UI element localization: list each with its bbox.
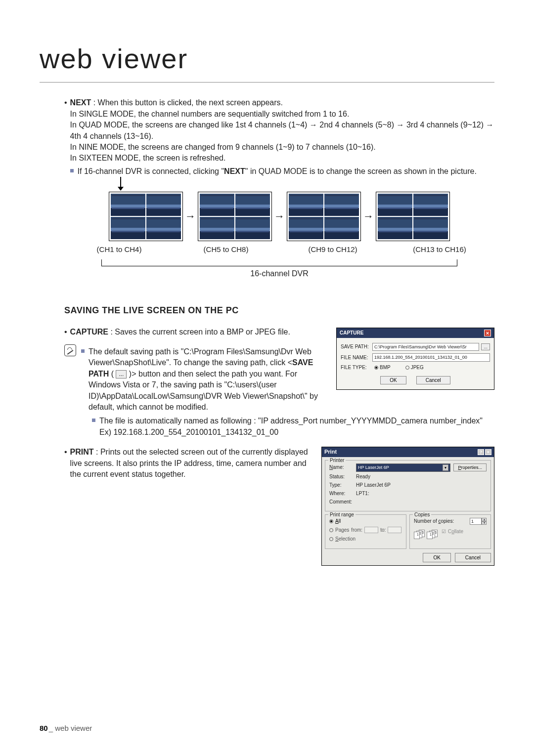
capture-label: CAPTURE [70,328,108,336]
file-name-label: FILE NAME: [341,354,370,361]
collate-icon: 123 123 [414,530,438,539]
capture-note-a: The default saving path is "C:\Program F… [89,346,327,413]
page-footer: 80_ web viewer [40,723,92,733]
where-label: Where: [329,490,353,497]
print-bullet: • PRINT : Prints out the selected screen… [64,447,312,480]
square-bullet-icon [92,419,95,422]
flow-label-2: (CH5 to CH8) [189,244,263,254]
flow-down-arrow-icon [118,177,124,191]
next-note-prefix: If 16-channel DVR is connected, clicking… [78,167,224,175]
path-browse-icon-inline: ... [116,370,127,378]
type-label: Type: [329,482,353,489]
capture-cancel-button[interactable]: Cancel [416,376,450,384]
print-desc: : Prints out the selected screen out of … [70,448,308,478]
square-bullet-icon [81,349,85,353]
save-path-label: SAVE PATH: [341,343,370,350]
range-legend: Print range [328,511,356,518]
status-value: Ready [356,473,370,480]
properties-button[interactable]: Properties... [453,463,487,471]
radio-all[interactable]: All [329,518,402,525]
spin-down-icon[interactable]: ▾ [482,521,487,525]
copies-label: Number of copies: [414,518,454,525]
bracket-icon [101,259,457,266]
radio-bmp[interactable]: BMP [374,364,391,371]
where-value: LPT1: [356,490,369,497]
saving-heading: SAVING THE LIVE SCREEN ON THE PC [64,304,494,317]
pages-from-input[interactable] [364,527,378,533]
next-note-bold: NEXT [224,167,245,175]
page-title: web viewer [40,40,494,83]
file-name-input[interactable]: 192.168.1.200_554_20100101_134132_01_00 [372,353,490,362]
quad-thumb-2 [198,192,272,241]
note-icon [64,344,76,356]
print-dialog: Print ? × Printer Name: HP LaserJet 6P [321,447,494,566]
copies-input[interactable]: 1 [470,518,482,525]
next-desc: : When this button is clicked, the next … [91,98,283,107]
next-label: NEXT [70,98,91,107]
capture-desc: : Saves the current screen into a BMP or… [108,328,290,336]
flow-label-4: (CH13 to CH16) [402,244,477,254]
quad-thumb-3 [287,192,361,241]
type-value: HP LaserJet 6P [356,482,391,489]
print-cancel-button[interactable]: Cancel [455,553,491,562]
arrow-right-icon: → [363,209,374,224]
page-number: 80 [40,724,48,732]
help-icon[interactable]: ? [478,449,484,455]
radio-selection[interactable]: Selection [329,536,402,543]
quad-flow: → → → [64,192,494,241]
file-type-label: FILE TYPE: [341,364,370,371]
print-label: PRINT [70,448,94,456]
flow-label-3: (CH9 to CH12) [296,244,370,254]
next-nine: In NINE MODE, the screens are changed fr… [70,142,494,153]
close-icon[interactable]: × [484,330,491,336]
save-path-input[interactable]: C:\Program Files\Samsung\Dvr Web Viewer\… [372,343,479,351]
capture-ok-button[interactable]: OK [380,376,406,384]
flow-labels: (CH1 to CH4) (CH5 to CH8) (CH9 to CH12) … [64,244,494,254]
capture-dialog-title: CAPTURE [340,330,363,336]
next-sixteen: In SIXTEEN MODE, the screen is refreshed… [70,153,494,164]
printer-legend: Printer [328,457,346,464]
close-icon[interactable]: × [485,449,491,455]
next-note-suffix: " in QUAD MODE is to change the screen a… [245,167,477,175]
collate-checkbox[interactable]: ☑ Collate [442,528,463,535]
name-label: Name: [329,464,353,471]
printer-name-select[interactable]: HP LaserJet 6P ▾ [356,463,450,472]
print-range-fieldset: Print range All Pages from: to: Selectio… [325,514,406,549]
capture-note-b: The file is automatically named as follo… [99,416,483,438]
browse-button[interactable]: ... [481,343,490,351]
quad-thumb-4 [376,192,450,241]
print-dialog-title: Print [324,448,337,456]
arrow-right-icon: → [274,209,285,224]
next-single: In SINGLE MODE, the channel numbers are … [70,109,494,120]
square-bullet-icon [70,169,74,172]
status-label: Status: [329,473,353,480]
print-ok-button[interactable]: OK [423,553,450,562]
chevron-down-icon[interactable]: ▾ [443,464,448,471]
radio-jpeg[interactable]: JPEG [405,364,424,371]
next-bullet: • NEXT : When this button is clicked, th… [64,97,494,177]
pages-to-input[interactable] [388,527,401,533]
capture-dialog: CAPTURE × SAVE PATH: C:\Program Files\Sa… [336,328,494,390]
copies-legend: Copies [413,511,431,518]
next-quad: In QUAD MODE, the screens are changed li… [70,120,494,142]
spin-up-icon[interactable]: ▴ [482,518,487,521]
quad-thumb-1 [109,192,183,241]
comment-label: Comment: [329,499,353,505]
printer-fieldset: Printer Name: HP LaserJet 6P ▾ Propertie… [325,460,491,511]
capture-bullet: • CAPTURE : Saves the current screen int… [64,327,327,337]
flow-bottom-label: 16-channel DVR [250,269,308,278]
arrow-right-icon: → [185,209,196,224]
flow-label-1: (CH1 to CH4) [82,244,156,254]
copies-fieldset: Copies Number of copies: 1 ▴▾ 123 [409,514,491,549]
next-note-row: If 16-channel DVR is connected, clicking… [70,166,494,177]
footer-text: web viewer [55,724,92,732]
radio-pages[interactable]: Pages from: to: [329,527,402,534]
